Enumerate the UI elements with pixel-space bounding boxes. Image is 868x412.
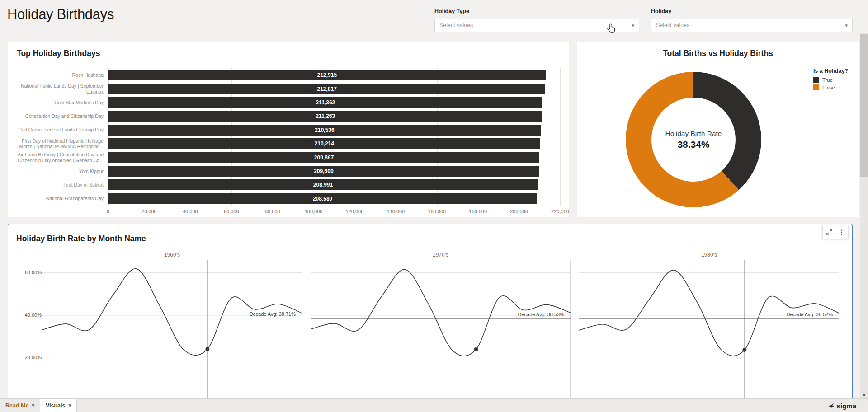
line-panel[interactable]: Decade Avg: 38.52% (579, 260, 839, 412)
x-axis-tick-label: 60,000 (224, 209, 239, 214)
legend-item-true: True (813, 77, 848, 83)
x-axis-tick-label: 180,000 (469, 209, 487, 214)
bar-row: 211,263 (108, 109, 560, 123)
bar-category-label: National Public Lands Day | September Eq… (17, 82, 108, 95)
bar-row: 212,915 (108, 68, 560, 82)
scroll-down-icon[interactable]: ▾ (860, 393, 868, 398)
donut-chart-title: Total Births vs Holiday Births (577, 49, 859, 58)
bar-gridline (560, 68, 561, 206)
tab-visuals[interactable]: Visuals ▾ (40, 399, 77, 412)
bar-row: 209,867 (108, 150, 560, 164)
bar-chart: Rosh HashanaNational Public Lands Day | … (17, 68, 560, 206)
filter-holiday-select[interactable]: Select values ▾ (651, 19, 853, 32)
sigma-logo-text: sigma (837, 402, 856, 410)
sigma-logo: sigma (828, 399, 856, 412)
expand-icon[interactable] (824, 227, 834, 237)
x-axis-tick-label: 120,000 (346, 209, 364, 214)
y-axis-tick-label: 20.00% (15, 355, 42, 360)
bar-category-label: Gold Star Mother's Day (17, 96, 108, 109)
bar[interactable]: 212,915 (108, 70, 546, 80)
bar-value-label: 209,867 (314, 154, 334, 161)
bar[interactable]: 208,580 (108, 193, 537, 204)
chevron-down-icon: ▾ (632, 23, 634, 28)
decade-avg-label: Decade Avg: 38.52% (786, 312, 833, 317)
sigma-bird-icon (828, 402, 835, 409)
vertical-scrollbar[interactable]: ▾ (860, 33, 868, 398)
tab-read-me[interactable]: Read Me ▾ (0, 399, 40, 412)
legend-item-false: False (813, 84, 848, 90)
line-chart-svg (579, 260, 839, 412)
marker-dot[interactable] (205, 347, 209, 351)
bar[interactable]: 211,263 (108, 111, 542, 122)
bar-value-label: 210,536 (315, 127, 334, 133)
scrollbar-thumb[interactable] (860, 34, 868, 177)
card-total-vs-holiday-births: Total Births vs Holiday Births Holiday B… (577, 42, 859, 217)
bar[interactable]: 210,536 (108, 125, 541, 136)
bar[interactable]: 208,991 (108, 179, 538, 190)
x-axis-tick-label: 200,000 (510, 209, 528, 214)
filter-holiday-type: Holiday Type Select values ▾ (434, 8, 639, 32)
bar-value-label: 212,915 (317, 72, 337, 78)
workbook-page-bar: Read Me ▾ Visuals ▾ sigma (0, 398, 868, 412)
bar-category-label: Yom Kippur (17, 164, 108, 178)
bar-category-label: Air Force Birthday | Constitution Day an… (17, 150, 108, 164)
chevron-down-icon: ▾ (69, 403, 71, 408)
donut-center-value: 38.34% (677, 139, 709, 150)
page-title: Holiday Birthdays (7, 6, 114, 23)
bar-value-label: 208,580 (313, 196, 332, 202)
bar[interactable]: 209,867 (108, 152, 539, 163)
legend-title: Is a Holiday? (813, 68, 848, 74)
decade-avg-label: Decade Avg: 38.71% (249, 311, 296, 317)
bar-category-label: First Day of National Hispanic Heritage … (17, 137, 108, 150)
marker-dot[interactable] (742, 348, 746, 352)
bar-category-label: First Day of Sukkot (17, 178, 108, 192)
bar[interactable]: 209,600 (108, 166, 539, 177)
card-top-holiday-birthdays: Top Holiday Birthdays Rosh HashanaNation… (8, 42, 569, 217)
kebab-menu-icon[interactable]: ⋮ (837, 227, 847, 237)
bar-plot-area: 212,915212,817211,362211,263210,536210,2… (108, 68, 560, 206)
panel-header-1970s: 1970's (311, 252, 571, 258)
line-panel[interactable]: Decade Avg: 38.71% (42, 260, 302, 412)
bar-category-label: Constitution Day and Citizenship Day (17, 109, 108, 123)
donut-legend: Is a Holiday? TrueFalse (813, 68, 848, 92)
x-axis-tick-label: 140,000 (387, 209, 405, 214)
filter-holiday-type-select[interactable]: Select values ▾ (434, 19, 639, 32)
bar[interactable]: 211,362 (108, 97, 542, 108)
y-axis-tick-label: 60.00% (15, 270, 42, 275)
filter-holiday-label: Holiday (651, 8, 853, 14)
bar[interactable]: 212,817 (108, 84, 545, 94)
chevron-down-icon: ▾ (845, 23, 848, 28)
bar[interactable]: 210,214 (108, 138, 540, 149)
bar-category-labels: Rosh HashanaNational Public Lands Day | … (17, 68, 108, 206)
x-axis-tick-label: 100,000 (305, 209, 323, 214)
bar-value-label: 208,991 (313, 182, 333, 188)
x-axis-tick-label: 160,000 (428, 209, 446, 214)
x-axis-tick-label: 20,000 (142, 209, 157, 214)
filter-holiday-placeholder: Select values (656, 22, 689, 28)
element-toolbar: ⋮ (822, 225, 849, 239)
tab-read-me-label: Read Me (5, 403, 28, 409)
bar-category-label: National Grandparents Day (17, 192, 108, 206)
filter-holiday-type-label: Holiday Type (434, 8, 639, 14)
line-panel[interactable]: Decade Avg: 38.53% (311, 260, 571, 412)
x-axis-tick-label: 40,000 (183, 209, 198, 214)
chevron-down-icon: ▾ (32, 403, 34, 408)
legend-swatch (813, 84, 819, 90)
bar-value-label: 212,817 (317, 86, 336, 92)
bar-row: 208,991 (108, 178, 560, 192)
donut-center-label: Holiday Birth Rate (665, 130, 722, 138)
y-axis-tick-label: 40.00% (15, 312, 42, 318)
filter-holiday: Holiday Select values ▾ (651, 8, 853, 32)
donut-chart[interactable]: Holiday Birth Rate 38.34% (626, 72, 761, 207)
bar-row: 210,536 (108, 123, 560, 137)
card-holiday-birth-rate-by-month[interactable]: Holiday Birth Rate by Month Name 60.00%4… (8, 224, 853, 412)
legend-label: False (822, 85, 835, 90)
bar-category-label: Carl Garner Federal Lands Cleanup Day (17, 123, 108, 137)
decade-avg-label: Decade Avg: 38.53% (518, 312, 564, 317)
legend-swatch (813, 77, 819, 83)
line-chart-svg (311, 260, 571, 412)
marker-dot[interactable] (474, 347, 478, 351)
bar-row: 211,362 (108, 96, 560, 109)
bar-value-label: 211,362 (316, 99, 335, 106)
x-axis-tick-label: 220,000 (551, 209, 569, 214)
